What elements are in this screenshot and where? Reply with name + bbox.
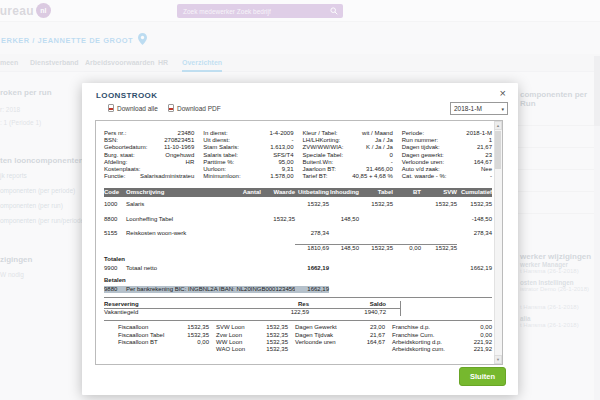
info-row: Afdeling:HR [104, 159, 194, 166]
table-row: 8800 Loonheffing Tabel 1532,35 148,50 -1… [104, 216, 492, 223]
info-row: Jaarloon BT:31.466,00 [303, 166, 393, 173]
download-pdf-label: Download PDF [177, 105, 221, 112]
table-header-row: Code Omschrijving Aantal Waarde Uitbetal… [104, 188, 492, 197]
info-row: Tarief BT:40,85 + 4,68 % [303, 173, 393, 180]
info-row: Kostenplaats: [104, 166, 194, 173]
divider [104, 297, 492, 298]
info-row: Uit dienst:- [203, 137, 293, 144]
info-row: Parttime %:95,00 [203, 159, 293, 166]
info-row: BSN:270823451 [104, 137, 194, 144]
cumulative-row: Zvw Loon1532,35 [216, 332, 288, 339]
cumulative-row: WW Loon1532,35 [216, 339, 288, 346]
payslip-scrollbar[interactable]: ▲ ▼ [494, 121, 502, 364]
payslip-scrollbar-thumb[interactable] [495, 131, 501, 169]
info-row: LH/LHKorting:Ja / Ja [303, 137, 393, 144]
info-row: Minimumloon:1.578,00 [203, 173, 293, 180]
reservering-table: Reservering Res Saldo Vakantiegeld 122,5… [104, 301, 401, 316]
pdf-icon [108, 104, 114, 112]
totalen-label: Totalen [104, 256, 492, 263]
info-row: Uurloon:9,31 [203, 166, 293, 173]
payslip-viewport: Pers nr.:23480BSN:270823451Geboortedatum… [95, 120, 503, 365]
loonstrook-modal: LOONSTROOK × Download alle Download PDF … [82, 83, 518, 395]
totaal-netto-row: 9900 Totaal netto 1662,19 1662,19 [104, 265, 492, 272]
cumulative-row: Dagen Gewerkt23,00 [295, 324, 385, 331]
info-row: Speciale Tabel:0 [303, 152, 393, 159]
cumulative-row: Arbeidskorting cum.221,92 [392, 346, 492, 353]
table-row: 5155 Reiskosten woon-werk 278,34 278,34 [104, 230, 492, 237]
period-select-value: 2018-1-M [454, 105, 482, 112]
download-all-label: Download alle [117, 105, 158, 112]
cumulative-row: Dagen Tijdvak21,67 [295, 332, 385, 339]
cumulative-row: Franchise d.p.0,00 [392, 324, 492, 331]
cumulative-row: SVW Loon1532,35 [216, 324, 288, 331]
cumulative-row: Fiscaalloon Tabel1532,35 [118, 332, 209, 339]
info-row: Kleur / Tabel:wit / Maand [303, 130, 393, 137]
info-row: Run nummer:1 [402, 137, 492, 144]
info-row: Functie:Salarisadministrateu [104, 173, 194, 180]
info-row: Buitenl.Wn:- [303, 159, 393, 166]
payslip-document: Pers nr.:23480BSN:270823451Geboortedatum… [104, 130, 492, 353]
info-row: Pers nr.:23480 [104, 130, 194, 137]
info-row: Dagen tijdvak:21,67 [402, 144, 492, 151]
info-row: ZVW/WW/WIA:K / Ja / Ja [303, 144, 393, 151]
chevron-down-icon: ▾ [501, 106, 504, 112]
cumulative-row: WAO Loon1532,35 [216, 346, 288, 353]
cumulative-row: Arbeidskorting d.p.221,92 [392, 339, 492, 346]
reservering-row: Vakantiegeld 122,59 1940,72 [104, 309, 400, 316]
cumulative-row: Franchise Cum.0,00 [392, 332, 492, 339]
info-row: Cat. waarde - %:- [402, 173, 492, 180]
info-row: Burg. staat:Ongehuwd [104, 152, 194, 159]
scroll-down-icon[interactable]: ▼ [494, 355, 502, 364]
info-row: Stam Salaris:1.613,00 [203, 144, 293, 151]
info-row: Salaris tabel:SFS/T4 [203, 152, 293, 159]
sluiten-button[interactable]: Sluiten [459, 367, 506, 386]
info-row: Geboortedatum:11-10-1969 [104, 144, 194, 151]
modal-title: LOONSTROOK [96, 91, 157, 100]
cumulative-row: Verloonde uren164,67 [295, 339, 385, 346]
scroll-up-icon[interactable]: ▲ [494, 121, 502, 130]
cumulatives-grid: Fiscaalloon1532,35Fiscaalloon Tabel1532,… [104, 320, 492, 353]
info-row: Dagen gewerkt:23 [402, 152, 492, 159]
close-icon[interactable]: × [500, 88, 506, 99]
subtotal-row: 1810,69 148,50 1532,35 0,00 1532,35 [104, 244, 492, 252]
period-select[interactable]: 2018-1-M ▾ [450, 102, 508, 115]
download-all-button[interactable]: Download alle [108, 104, 158, 112]
info-row: Auto v/d zaak:Nee [402, 166, 492, 173]
cumulative-row: Fiscaalloon1532,35 [118, 324, 209, 331]
info-row: Verloonde uren:164,67 [402, 159, 492, 166]
info-row: In dienst:1-4-2009 [203, 130, 293, 137]
download-pdf-button[interactable]: Download PDF [168, 104, 221, 112]
cumulative-row: Fiscaalloon BT0,00 [118, 339, 209, 346]
pdf-icon [168, 104, 174, 112]
reservering-header: Reservering Res Saldo [104, 301, 400, 309]
table-row: 1000 Salaris 1532,35 1532,35 1532,35 153… [104, 201, 492, 208]
info-row: Periode:2018-1-M [402, 130, 492, 137]
betalen-label: Betalen [104, 277, 492, 284]
bank-payment-row[interactable]: 9880 Per bankrekening BIC: INGBNL2A IBAN… [104, 286, 492, 293]
payslip-info-grid: Pers nr.:23480BSN:270823451Geboortedatum… [104, 130, 492, 180]
